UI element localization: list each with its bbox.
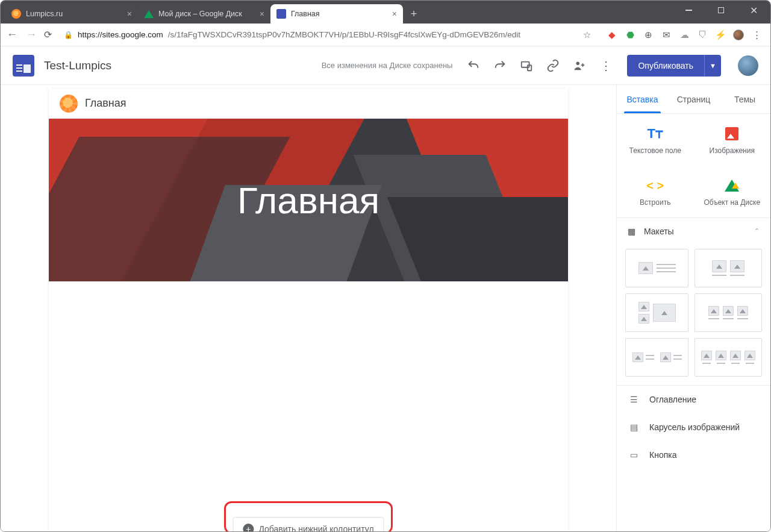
layout-option[interactable]: [695, 293, 762, 332]
favicon-icon: [144, 10, 154, 18]
app-bar: Test-Lumpics Все изменения на Диске сохр…: [1, 46, 770, 85]
add-footer-label: Добавить нижний колонтитул: [258, 524, 373, 531]
nav-back-icon[interactable]: ←: [5, 28, 19, 41]
bookmark-icon[interactable]: ☆: [583, 30, 591, 40]
insert-textbox[interactable]: Tᴛ Текстовое поле: [617, 114, 694, 166]
ext-icon[interactable]: ⬣: [625, 30, 635, 40]
insert-toc[interactable]: ☰ Оглавление: [617, 386, 770, 413]
insert-carousel[interactable]: ▤ Карусель изображений: [617, 413, 770, 441]
tab-close-icon[interactable]: ×: [260, 9, 264, 19]
page-nav-header[interactable]: Главная: [49, 89, 568, 119]
document-title[interactable]: Test-Lumpics: [44, 59, 111, 72]
insert-label: Текстовое поле: [629, 146, 681, 155]
omnibox[interactable]: 🔒 https://sites.google.com/s/1faFgTWSXDC…: [58, 27, 597, 43]
lock-icon: 🔒: [64, 31, 73, 39]
window-maximize[interactable]: [709, 3, 733, 17]
ext-icon[interactable]: ⛉: [697, 30, 708, 40]
tab-close-icon[interactable]: ×: [127, 9, 132, 19]
ext-icon[interactable]: ☁: [679, 30, 690, 40]
sidepanel-tabs: Вставка Страниц Темы: [617, 85, 770, 114]
tab-themes[interactable]: Темы: [719, 85, 770, 113]
collapse-icon[interactable]: ⌃: [754, 227, 760, 235]
window-close[interactable]: ✕: [741, 3, 766, 17]
page-body[interactable]: [49, 281, 568, 531]
insert-grid: Tᴛ Текстовое поле Изображения < > Встрои…: [617, 114, 770, 217]
link-icon[interactable]: [546, 59, 560, 72]
page-nav-title[interactable]: Главная: [85, 97, 126, 110]
browser-tab-drive[interactable]: Мой диск – Google Диск ×: [138, 4, 270, 23]
undo-icon[interactable]: [467, 59, 480, 72]
list-label: Оглавление: [649, 395, 696, 404]
redo-icon[interactable]: [493, 59, 507, 72]
hero-title[interactable]: Главная: [49, 119, 568, 281]
insert-label: Встроить: [640, 198, 670, 207]
layout-option[interactable]: [695, 338, 762, 377]
list-label: Кнопка: [649, 450, 676, 460]
browser-tab-sites[interactable]: Главная ×: [270, 4, 403, 23]
layout-option[interactable]: [625, 338, 688, 377]
insert-embed[interactable]: < > Встроить: [617, 166, 694, 217]
button-icon: ▭: [628, 450, 640, 460]
browser-window: ✕ Lumpics.ru × Мой диск – Google Диск × …: [0, 0, 771, 532]
plus-icon: +: [243, 524, 254, 531]
nav-forward-icon[interactable]: →: [25, 28, 38, 41]
ext-icon[interactable]: ◆: [607, 30, 617, 40]
toc-icon: ☰: [628, 395, 640, 404]
publish-group: Опубликовать ▼: [627, 55, 721, 77]
insert-label: Объект на Диске: [704, 198, 760, 207]
share-icon[interactable]: [573, 59, 586, 72]
profile-avatar-icon[interactable]: [733, 30, 744, 40]
hero-banner[interactable]: Главная: [49, 119, 568, 281]
side-panel: Вставка Страниц Темы Tᴛ Текстовое поле И…: [616, 85, 770, 531]
ext-icon[interactable]: ⚡: [715, 30, 726, 40]
insert-drive[interactable]: Объект на Диске: [694, 166, 771, 217]
tab-title: Главная: [291, 10, 387, 18]
layout-option[interactable]: [625, 293, 688, 332]
site-logo-icon[interactable]: [60, 95, 78, 113]
url-host: https://sites.google.com: [78, 30, 163, 39]
canvas-area: Главная Главная + Добавить нижний ко: [1, 85, 616, 531]
tab-title: Мой диск – Google Диск: [158, 10, 255, 18]
insert-button[interactable]: ▭ Кнопка: [617, 441, 770, 469]
site-page[interactable]: Главная Главная + Добавить нижний ко: [49, 89, 568, 531]
drive-icon: [725, 180, 739, 192]
textbox-icon: Tᴛ: [648, 126, 663, 142]
image-icon: [725, 127, 738, 140]
account-avatar-icon[interactable]: [738, 55, 758, 76]
url-path: /s/1faFgTWSXDCvR391tspP0v7hZMBOKT7VH/p/1…: [168, 30, 520, 39]
tab-pages[interactable]: Страниц: [668, 85, 719, 113]
browser-tab-lumpics[interactable]: Lumpics.ru ×: [5, 4, 138, 23]
window-minimize[interactable]: [676, 3, 701, 17]
save-status: Все изменения на Диске сохранены: [322, 61, 453, 70]
publish-button[interactable]: Опубликовать: [627, 55, 704, 77]
window-controls: ✕: [676, 3, 766, 17]
insert-label: Изображения: [710, 146, 755, 155]
publish-dropdown-icon[interactable]: ▼: [704, 55, 721, 77]
svg-point-2: [576, 61, 580, 65]
main-area: Главная Главная + Добавить нижний ко: [1, 85, 770, 531]
ext-icon[interactable]: ✉: [661, 30, 672, 40]
preview-icon[interactable]: [520, 59, 533, 72]
ext-icon[interactable]: ⊕: [643, 30, 654, 40]
reload-icon[interactable]: ⟳: [44, 29, 52, 40]
layout-option[interactable]: [695, 249, 762, 287]
sites-logo-icon[interactable]: [13, 55, 34, 77]
tab-strip: Lumpics.ru × Мой диск – Google Диск × Гл…: [1, 1, 770, 23]
insert-image[interactable]: Изображения: [694, 114, 771, 166]
layouts-grid: [617, 244, 770, 385]
tab-insert[interactable]: Вставка: [617, 85, 668, 113]
layouts-icon: ▦: [628, 227, 635, 236]
favicon-icon: [276, 9, 286, 19]
extension-icons: ◆ ⬣ ⊕ ✉ ☁ ⛉ ⚡ ⋮: [603, 30, 766, 40]
embed-icon: < >: [646, 179, 664, 193]
more-icon[interactable]: ⋮: [599, 59, 613, 72]
tab-close-icon[interactable]: ×: [392, 9, 397, 19]
layout-option[interactable]: [625, 249, 688, 287]
favicon-icon: [11, 9, 21, 19]
add-footer-button[interactable]: + Добавить нижний колонтитул: [233, 517, 384, 531]
chrome-menu-icon[interactable]: ⋮: [751, 30, 762, 40]
layouts-section-header[interactable]: ▦ Макеты ⌃: [617, 217, 770, 244]
new-tab-button[interactable]: +: [405, 5, 422, 22]
list-label: Карусель изображений: [649, 422, 740, 432]
tab-title: Lumpics.ru: [26, 10, 122, 18]
